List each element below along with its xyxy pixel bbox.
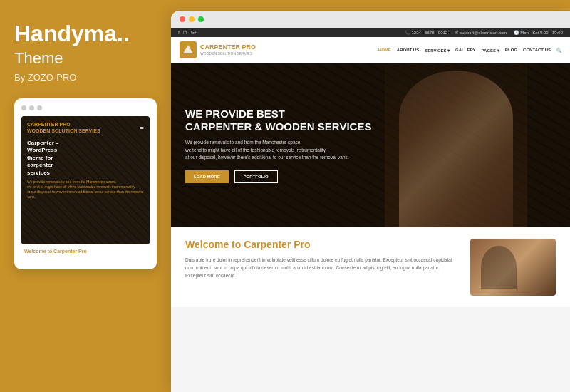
mobile-welcome-prefix: Welcome to bbox=[24, 249, 53, 254]
hero-person-image bbox=[385, 63, 527, 227]
mobile-dot-1 bbox=[21, 105, 26, 110]
mobile-hero-section: CARPENTER PRO WOODEN SOLUTION SERVIES ≡ … bbox=[21, 116, 150, 244]
nav-link-home[interactable]: HOME bbox=[378, 48, 391, 52]
mobile-hero-text: Carpenter –WordPresstheme forcarpenterse… bbox=[27, 140, 144, 177]
hero-title-line1: WE PROVIDE BEST bbox=[185, 108, 371, 120]
mobile-welcome-colored: Carpenter Pro bbox=[53, 249, 87, 254]
left-panel: Handyma.. Theme By ZOZO-PRO CARPENTER PR… bbox=[0, 0, 171, 392]
welcome-body: Duis aute irure dolor in reprehenderit i… bbox=[185, 256, 456, 279]
mobile-dot-2 bbox=[29, 105, 34, 110]
hero-content: WE PROVIDE BEST CARPENTER & WOODEN SERVI… bbox=[171, 93, 385, 197]
browser-dot-green bbox=[198, 16, 204, 22]
welcome-title-prefix: Welcome to bbox=[185, 239, 244, 250]
email-icon: ✉ bbox=[455, 30, 458, 35]
mobile-preview-card: CARPENTER PRO WOODEN SOLUTION SERVIES ≡ … bbox=[14, 98, 157, 269]
svg-marker-0 bbox=[183, 45, 193, 53]
clock-icon: 🕐 bbox=[514, 30, 519, 35]
right-panel: f in G+ 📞 1234 - 5678 - 9012 ✉ support@e… bbox=[171, 11, 570, 392]
nav-link-gallery[interactable]: GALLERY bbox=[455, 48, 475, 52]
logo-text-block: CARPENTER PRO WOODEN SOLUTION SERVIES bbox=[200, 44, 256, 56]
logo-icon bbox=[180, 41, 197, 58]
theme-author: By ZOZO-PRO bbox=[14, 72, 76, 83]
topbar-left: f in G+ bbox=[178, 30, 197, 35]
logo-svg bbox=[182, 43, 195, 56]
nav-link-contact[interactable]: CONTACT US bbox=[523, 48, 551, 52]
mobile-welcome-title: Welcome to Carpenter Pro bbox=[24, 249, 147, 254]
social-icons: f in G+ bbox=[178, 30, 197, 35]
desktop-preview: f in G+ 📞 1234 - 5678 - 9012 ✉ support@e… bbox=[171, 28, 570, 392]
desktop-welcome-section: Welcome to Carpenter Pro Duis aute irure… bbox=[171, 227, 570, 307]
hero-title: WE PROVIDE BEST CARPENTER & WOODEN SERVI… bbox=[185, 108, 371, 133]
browser-dot-yellow bbox=[189, 16, 195, 22]
mobile-content-inner: CARPENTER PRO WOODEN SOLUTION SERVIES ≡ … bbox=[27, 122, 144, 200]
logo-text-sub: WOODEN SOLUTION SERVIES bbox=[200, 51, 256, 56]
nav-link-blog[interactable]: BLOG bbox=[505, 48, 517, 52]
welcome-title-colored: Carpenter Pro bbox=[244, 239, 310, 250]
nav-link-about[interactable]: ABOUT US bbox=[397, 48, 419, 52]
facebook-icon: f bbox=[178, 30, 180, 35]
topbar-right: 📞 1234 - 5678 - 9012 ✉ support@electrici… bbox=[405, 30, 563, 35]
browser-chrome bbox=[171, 11, 570, 28]
load-more-button[interactable]: LOAD MORE bbox=[185, 170, 229, 183]
topbar-email: ✉ support@electrician.com bbox=[455, 30, 507, 35]
phone-icon: 📞 bbox=[405, 30, 410, 35]
hero-buttons: LOAD MORE PORTFOLIO bbox=[185, 170, 371, 183]
nav-logo: CARPENTER PRO WOODEN SOLUTION SERVIES bbox=[180, 41, 256, 58]
mobile-welcome-section: Welcome to Carpenter Pro bbox=[21, 244, 150, 258]
mobile-logo: CARPENTER PRO WOODEN SOLUTION SERVIES bbox=[27, 122, 100, 134]
twitter-icon: in bbox=[183, 30, 187, 35]
mobile-browser-dots bbox=[21, 105, 150, 110]
topbar-hours: 🕐 Mon - Sat 9:00 - 19:00 bbox=[514, 30, 563, 35]
theme-subtitle: Theme bbox=[14, 49, 63, 68]
desktop-topbar: f in G+ 📞 1234 - 5678 - 9012 ✉ support@e… bbox=[171, 28, 570, 37]
mobile-nav: CARPENTER PRO WOODEN SOLUTION SERVIES ≡ bbox=[27, 122, 144, 134]
theme-title: Handyma.. bbox=[14, 21, 130, 46]
browser-dot-red bbox=[180, 16, 185, 22]
portfolio-button[interactable]: PORTFOLIO bbox=[234, 170, 278, 183]
nav-link-services[interactable]: SERVICES ▾ bbox=[425, 48, 450, 53]
hero-title-line2: CARPENTER & WOODEN SERVICES bbox=[185, 120, 371, 133]
welcome-title: Welcome to Carpenter Pro bbox=[185, 239, 456, 250]
mobile-hero-subtext: We provide removals to and from the Manc… bbox=[27, 180, 144, 200]
googleplus-icon: G+ bbox=[190, 30, 197, 35]
welcome-text-block: Welcome to Carpenter Pro Duis aute irure… bbox=[185, 239, 456, 296]
welcome-image bbox=[470, 239, 556, 296]
mobile-dot-3 bbox=[37, 105, 42, 110]
desktop-nav: CARPENTER PRO WOODEN SOLUTION SERVIES HO… bbox=[171, 37, 570, 63]
nav-search-icon[interactable]: 🔍 bbox=[556, 48, 561, 53]
topbar-phone: 📞 1234 - 5678 - 9012 bbox=[405, 30, 447, 35]
nav-links: HOME ABOUT US SERVICES ▾ GALLERY PAGES ▾… bbox=[378, 48, 561, 53]
nav-link-pages[interactable]: PAGES ▾ bbox=[482, 48, 499, 53]
hero-description: We provide removals to and from the Manc… bbox=[185, 139, 371, 161]
logo-text-main: CARPENTER PRO bbox=[200, 44, 256, 51]
desktop-hero: WE PROVIDE BEST CARPENTER & WOODEN SERVI… bbox=[171, 63, 570, 227]
hamburger-icon: ≡ bbox=[140, 124, 144, 133]
